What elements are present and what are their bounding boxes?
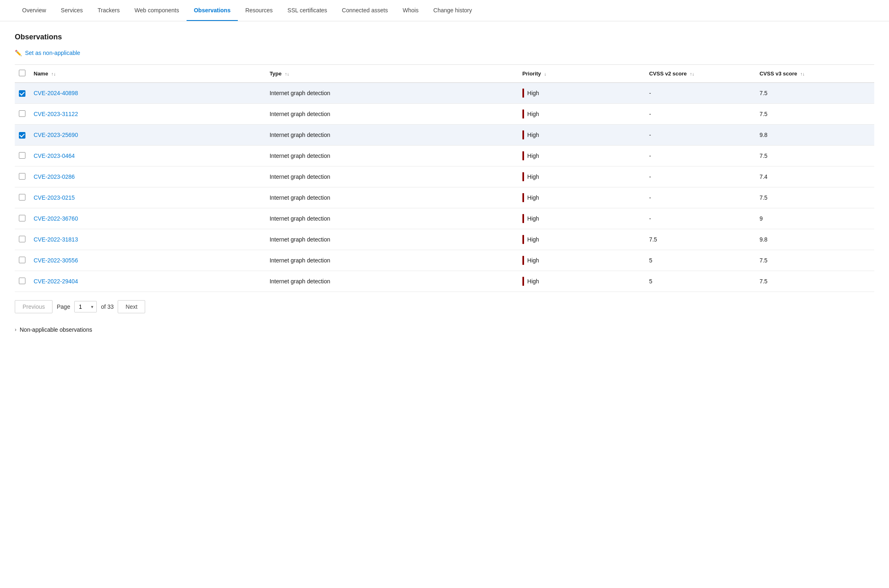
priority-bar-1 <box>522 89 524 98</box>
cve-link-1[interactable]: CVE-2024-40898 <box>34 90 78 96</box>
row-cvss3-7: 9 <box>755 208 874 229</box>
page-select-wrapper: 1 2 3 4 5 ▾ <box>74 301 97 312</box>
row-cvss2-9: 5 <box>645 250 755 271</box>
cve-link-9[interactable]: CVE-2022-30556 <box>34 257 78 264</box>
row-cvss3-10: 7.5 <box>755 271 874 292</box>
row-type-4: Internet graph detection <box>265 146 518 166</box>
table-row: CVE-2022-36760 Internet graph detection … <box>15 208 874 229</box>
priority-bar-10 <box>522 277 524 286</box>
top-navigation: Overview Services Trackers Web component… <box>0 0 889 21</box>
row-type-7: Internet graph detection <box>265 208 518 229</box>
row-cvss2-2: - <box>645 104 755 125</box>
row-name-7: CVE-2022-36760 <box>30 208 265 229</box>
row-name-2: CVE-2023-31122 <box>30 104 265 125</box>
row-checkbox-3[interactable] <box>19 132 25 139</box>
row-checkbox-2[interactable] <box>19 110 25 117</box>
row-type-2: Internet graph detection <box>265 104 518 125</box>
row-type-3: Internet graph detection <box>265 125 518 146</box>
row-checkbox-1[interactable] <box>19 90 25 97</box>
row-checkbox-8[interactable] <box>19 236 25 242</box>
row-cvss2-3: - <box>645 125 755 146</box>
row-checkbox-cell <box>15 208 30 229</box>
row-cvss2-10: 5 <box>645 271 755 292</box>
cve-link-6[interactable]: CVE-2023-0215 <box>34 194 75 201</box>
row-priority-8: High <box>518 229 645 250</box>
priority-bar-8 <box>522 235 524 244</box>
non-applicable-section[interactable]: › Non-applicable observations <box>15 326 874 333</box>
row-checkbox-9[interactable] <box>19 257 25 263</box>
row-checkbox-cell <box>15 125 30 146</box>
row-name-8: CVE-2022-31813 <box>30 229 265 250</box>
row-checkbox-cell <box>15 250 30 271</box>
row-checkbox-cell <box>15 166 30 187</box>
nav-item-overview[interactable]: Overview <box>15 0 53 21</box>
row-name-5: CVE-2023-0286 <box>30 166 265 187</box>
col-header-name[interactable]: Name ↑↓ <box>30 65 265 83</box>
priority-label-3: High <box>527 132 539 138</box>
set-non-applicable-button[interactable]: ✏️ Set as non-applicable <box>15 50 874 56</box>
nav-item-connected-assets[interactable]: Connected assets <box>335 0 395 21</box>
nav-item-ssl-certificates[interactable]: SSL certificates <box>280 0 335 21</box>
cve-link-8[interactable]: CVE-2022-31813 <box>34 236 78 243</box>
row-priority-6: High <box>518 187 645 208</box>
table-row: CVE-2023-25690 Internet graph detection … <box>15 125 874 146</box>
col-header-cvss2[interactable]: CVSS v2 score ↑↓ <box>645 65 755 83</box>
nav-item-web-components[interactable]: Web components <box>127 0 187 21</box>
nav-item-resources[interactable]: Resources <box>238 0 280 21</box>
row-checkbox-7[interactable] <box>19 215 25 221</box>
priority-label-5: High <box>527 173 539 180</box>
row-name-4: CVE-2023-0464 <box>30 146 265 166</box>
row-cvss3-4: 7.5 <box>755 146 874 166</box>
cve-link-10[interactable]: CVE-2022-29404 <box>34 278 78 285</box>
row-cvss3-9: 7.5 <box>755 250 874 271</box>
cve-link-2[interactable]: CVE-2023-31122 <box>34 111 78 117</box>
row-checkbox-cell <box>15 229 30 250</box>
row-priority-4: High <box>518 146 645 166</box>
row-name-9: CVE-2022-30556 <box>30 250 265 271</box>
row-priority-7: High <box>518 208 645 229</box>
row-checkbox-10[interactable] <box>19 278 25 284</box>
nav-item-trackers[interactable]: Trackers <box>90 0 127 21</box>
priority-bar-9 <box>522 256 524 265</box>
row-cvss2-7: - <box>645 208 755 229</box>
pencil-icon: ✏️ <box>15 50 22 56</box>
priority-label-6: High <box>527 194 539 201</box>
sort-icon-priority: ↓ <box>544 71 547 76</box>
table-header-row: Name ↑↓ Type ↑↓ Priority ↓ CVSS v2 score… <box>15 65 874 83</box>
row-type-6: Internet graph detection <box>265 187 518 208</box>
col-header-priority[interactable]: Priority ↓ <box>518 65 645 83</box>
row-priority-5: High <box>518 166 645 187</box>
row-type-9: Internet graph detection <box>265 250 518 271</box>
sort-icon-cvss2: ↑↓ <box>690 71 694 76</box>
next-button[interactable]: Next <box>118 300 145 313</box>
sort-icon-cvss3: ↑↓ <box>800 71 805 76</box>
table-row: CVE-2024-40898 Internet graph detection … <box>15 83 874 104</box>
cve-link-4[interactable]: CVE-2023-0464 <box>34 153 75 159</box>
row-priority-9: High <box>518 250 645 271</box>
row-type-10: Internet graph detection <box>265 271 518 292</box>
col-header-cvss3[interactable]: CVSS v3 score ↑↓ <box>755 65 874 83</box>
select-all-checkbox[interactable] <box>19 70 25 76</box>
nav-item-observations[interactable]: Observations <box>187 0 238 21</box>
table-body: CVE-2024-40898 Internet graph detection … <box>15 83 874 292</box>
priority-label-4: High <box>527 153 539 159</box>
cve-link-5[interactable]: CVE-2023-0286 <box>34 173 75 180</box>
nav-item-whois[interactable]: Whois <box>395 0 426 21</box>
nav-item-change-history[interactable]: Change history <box>426 0 479 21</box>
previous-button[interactable]: Previous <box>15 300 52 313</box>
row-cvss3-8: 9.8 <box>755 229 874 250</box>
priority-bar-5 <box>522 172 524 181</box>
row-cvss2-5: - <box>645 166 755 187</box>
row-checkbox-cell <box>15 104 30 125</box>
table-row: CVE-2022-31813 Internet graph detection … <box>15 229 874 250</box>
row-checkbox-4[interactable] <box>19 152 25 159</box>
row-priority-1: High <box>518 83 645 104</box>
page-select[interactable]: 1 2 3 4 5 <box>74 301 97 312</box>
row-checkbox-6[interactable] <box>19 194 25 201</box>
nav-item-services[interactable]: Services <box>53 0 90 21</box>
cve-link-3[interactable]: CVE-2023-25690 <box>34 132 78 138</box>
row-checkbox-5[interactable] <box>19 173 25 180</box>
page-label: Page <box>57 303 70 310</box>
cve-link-7[interactable]: CVE-2022-36760 <box>34 215 78 222</box>
col-header-type[interactable]: Type ↑↓ <box>265 65 518 83</box>
